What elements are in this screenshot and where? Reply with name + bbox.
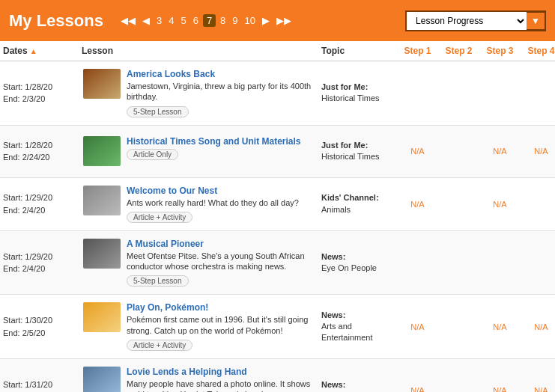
- sort-icon: ▲: [30, 47, 37, 55]
- step2-header: Step 2: [438, 44, 479, 58]
- lesson-header: Lesson: [79, 44, 318, 58]
- dropdown-arrow-icon[interactable]: ▼: [527, 13, 545, 29]
- lesson-title-link[interactable]: Welcome to Our Nest: [127, 186, 217, 196]
- topic-cell: News: Eye On People: [318, 378, 397, 392]
- first-page-button[interactable]: ◀◀: [118, 14, 138, 27]
- svg-rect-2: [83, 186, 121, 215]
- step4-cell: N/A: [521, 321, 555, 333]
- lesson-title-link[interactable]: Play On, Pokémon!: [127, 302, 208, 313]
- step1-cell: N/A: [397, 145, 438, 157]
- step1-cell: N/A: [397, 385, 438, 392]
- page-8[interactable]: 8: [218, 14, 228, 27]
- topic-name: Arts and Entertainment: [321, 321, 394, 344]
- dates-cell: Start: 1/28/20 End: 2/24/20: [0, 138, 79, 165]
- page-title: My Lessons: [9, 11, 103, 31]
- prev-page-button[interactable]: ◀: [140, 14, 152, 27]
- lesson-content: America Looks Back Jamestown, Virginia, …: [127, 69, 314, 117]
- step2-cell: [438, 325, 479, 328]
- table-row: Start: 1/29/20 End: 2/4/20 Welcome to Ou…: [0, 178, 555, 231]
- lesson-cell: Historical Times Song and Unit Materials…: [79, 135, 318, 168]
- topic-name: Eye On People: [321, 263, 394, 274]
- topic-channel: Just for Me:: [321, 140, 394, 151]
- last-page-button[interactable]: ▶▶: [274, 14, 294, 27]
- topic-channel: News:: [321, 310, 394, 321]
- page-10[interactable]: 10: [243, 14, 258, 27]
- table-row: Start: 1/28/20 End: 2/24/20 Historical T…: [0, 126, 555, 178]
- next-page-button[interactable]: ▶: [260, 14, 272, 27]
- svg-rect-0: [83, 69, 121, 99]
- start-date: Start: 1/29/20: [3, 192, 76, 204]
- lesson-thumbnail: [83, 69, 121, 99]
- lesson-progress-select[interactable]: Lesson Progress: [407, 12, 527, 30]
- step4-cell: [521, 91, 555, 94]
- step4-cell: [521, 261, 555, 264]
- table-row: Start: 1/29/20 End: 2/4/20 A Musical Pio…: [0, 231, 555, 295]
- lesson-progress-dropdown-wrapper: Lesson Progress ▼: [405, 10, 546, 31]
- pagination: ◀◀ ◀ 3 4 5 6 7 8 9 10 ▶ ▶▶: [118, 14, 405, 27]
- end-date: End: 2/24/20: [3, 151, 76, 164]
- lesson-title-link[interactable]: Historical Times Song and Unit Materials: [127, 136, 301, 147]
- topic-channel: News:: [321, 379, 394, 391]
- topic-cell: Kids' Channel: Animals: [318, 191, 397, 217]
- topic-cell: News: Eye On People: [318, 250, 397, 276]
- lesson-title-link[interactable]: Lovie Lends a Helping Hand: [127, 367, 247, 377]
- dates-header[interactable]: Dates ▲: [0, 44, 79, 58]
- table-row: Start: 1/28/20 End: 2/3/20 America Looks…: [0, 61, 555, 126]
- table-row: Start: 1/30/20 End: 2/5/20 Play On, Poké…: [0, 295, 555, 359]
- lesson-badge: 5-Step Lesson: [127, 106, 189, 117]
- svg-rect-4: [83, 302, 121, 332]
- page-5[interactable]: 5: [178, 14, 188, 27]
- dates-cell: Start: 1/29/20 End: 2/4/20: [0, 249, 79, 277]
- dates-cell: Start: 1/29/20 End: 2/4/20: [0, 190, 79, 218]
- lesson-thumbnail: [83, 186, 121, 215]
- lesson-badge: 5-Step Lesson: [127, 275, 189, 287]
- lesson-description: Pokémon first came out in 1996. But it's…: [127, 314, 314, 336]
- lesson-thumbnail: [83, 136, 121, 166]
- page-4[interactable]: 4: [166, 14, 176, 27]
- step2-cell: [438, 389, 479, 392]
- step1-cell: N/A: [397, 198, 438, 210]
- step4-header: Step 4: [521, 44, 555, 58]
- header: My Lessons ◀◀ ◀ 3 4 5 6 7 8 9 10 ▶ ▶▶ Le…: [0, 0, 555, 41]
- lesson-description: Ants work really hard! What do they do a…: [127, 197, 314, 208]
- page-9[interactable]: 9: [230, 14, 240, 27]
- lesson-thumbnail: [83, 367, 121, 392]
- step3-cell: N/A: [479, 385, 521, 392]
- lesson-description: Meet Ofentse Pitse. She's a young South …: [127, 251, 314, 272]
- step3-header: Step 3: [479, 44, 521, 58]
- page-7-current[interactable]: 7: [203, 14, 216, 27]
- dates-cell: Start: 1/31/20 End: 2/6/20: [0, 377, 79, 392]
- start-date: Start: 1/28/20: [3, 139, 76, 152]
- step1-header: Step 1: [397, 44, 438, 58]
- lesson-description: Many people have shared a photo online. …: [127, 379, 314, 392]
- dates-cell: Start: 1/30/20 End: 2/5/20: [0, 313, 79, 340]
- lesson-title-link[interactable]: America Looks Back: [127, 69, 215, 79]
- topic-cell: Just for Me: Historical Times: [318, 80, 397, 106]
- start-date: Start: 1/29/20: [3, 251, 76, 263]
- lesson-badge: Article Only: [127, 149, 178, 160]
- lesson-table: Start: 1/28/20 End: 2/3/20 America Looks…: [0, 61, 555, 392]
- topic-header: Topic: [318, 44, 397, 58]
- start-date: Start: 1/30/20: [3, 314, 76, 327]
- lesson-cell: A Musical Pioneer Meet Ofentse Pitse. Sh…: [79, 237, 318, 289]
- page-3[interactable]: 3: [154, 14, 164, 27]
- lesson-content: Historical Times Song and Unit Materials…: [127, 136, 314, 160]
- page-6[interactable]: 6: [191, 14, 201, 27]
- topic-name: Animals: [321, 204, 394, 215]
- lesson-cell: America Looks Back Jamestown, Virginia, …: [79, 67, 318, 119]
- step2-cell: [438, 91, 479, 94]
- end-date: End: 2/4/20: [3, 263, 76, 275]
- table-row: Start: 1/31/20 End: 2/6/20 Lovie Lends a…: [0, 359, 555, 392]
- lesson-content: A Musical Pioneer Meet Ofentse Pitse. Sh…: [127, 239, 314, 287]
- step1-cell: N/A: [397, 321, 438, 333]
- lesson-cell: Welcome to Our Nest Ants work really har…: [79, 184, 318, 224]
- topic-cell: News: Arts and Entertainment: [318, 308, 397, 346]
- column-headers: Dates ▲ Lesson Topic Step 1 Step 2 Step …: [0, 41, 555, 61]
- svg-rect-5: [83, 367, 121, 392]
- end-date: End: 2/4/20: [3, 204, 76, 217]
- lesson-thumbnail: [83, 302, 121, 332]
- lesson-cell: Play On, Pokémon! Pokémon first came out…: [79, 301, 318, 352]
- step3-cell: [479, 91, 521, 94]
- topic-channel: Kids' Channel:: [321, 192, 394, 203]
- lesson-title-link[interactable]: A Musical Pioneer: [127, 239, 204, 249]
